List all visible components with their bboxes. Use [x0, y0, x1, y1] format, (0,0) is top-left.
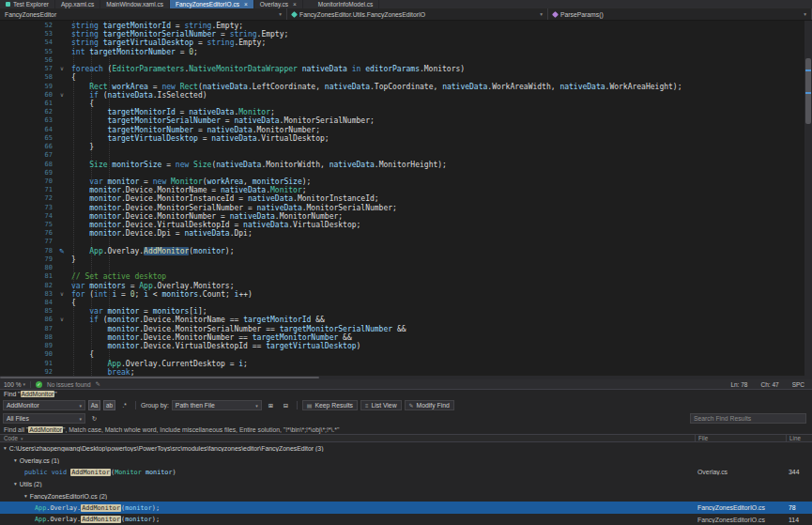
result-row[interactable]: App.Overlay.AddMonitor(monitor);FancyZon…	[0, 514, 812, 525]
code-line[interactable]: 92 break;	[0, 368, 812, 376]
code-line[interactable]: 90 {	[0, 350, 812, 359]
fold-collapse-icon[interactable]: ∨	[53, 316, 71, 324]
result-line-number: 114	[786, 517, 812, 523]
result-text: ▾Utils (2)	[0, 481, 695, 487]
member-dropdown[interactable]: ParseParams() ▾	[548, 8, 812, 20]
code-line[interactable]: 88 monitor.Device.MonitorNumber == targe…	[0, 333, 812, 342]
fold-collapse-icon[interactable]: ∨	[53, 290, 71, 299]
result-group-row[interactable]: ▾C:\Users\zhaopengwang\Desktop\powertoys…	[0, 442, 812, 455]
code-cleanup-icon[interactable]: ✎	[96, 380, 100, 388]
scope-dropdown[interactable]: All Files ▾	[3, 413, 85, 424]
project-dropdown[interactable]: FancyZonesEditor ▾	[0, 8, 287, 20]
code-line[interactable]: 52string targetMonitorId = string.Empty;	[0, 22, 812, 30]
tab-label: Test Explorer	[13, 0, 49, 8]
scrollbar-thumb[interactable]	[805, 58, 811, 124]
code-line[interactable]: 80	[0, 264, 812, 272]
result-group-row[interactable]: ▾Utils (2)	[0, 478, 812, 490]
fold-collapse-icon[interactable]: ∨	[53, 91, 71, 100]
code-line[interactable]: 53string targetMonitorSerialNumber = str…	[0, 30, 812, 39]
code-line[interactable]: 79}	[0, 255, 812, 264]
code-line[interactable]: 61 {	[0, 100, 812, 108]
find-term-combobox[interactable]: AddMonitor ▾	[3, 400, 85, 410]
code-line[interactable]: 77	[0, 238, 812, 246]
code-line[interactable]: 72 monitor.Device.MonitorInstanceId = na…	[0, 194, 812, 203]
line-number: 64	[0, 126, 53, 134]
code-line[interactable]: 70 var monitor = new Monitor(workArea, m…	[0, 178, 812, 186]
expander-icon[interactable]: ▾	[24, 493, 27, 499]
code-line[interactable]: 85 var monitor = monitors[i];	[0, 307, 812, 316]
expand-all-icon[interactable]: ⊞	[265, 400, 277, 410]
code-line[interactable]: 58{	[0, 73, 812, 82]
list-view-toggle[interactable]: ≡ List View	[360, 400, 402, 410]
scrollbar-thumb[interactable]	[0, 377, 319, 378]
close-icon[interactable]: ×	[293, 0, 297, 8]
document-tab-test-explorer[interactable]: Test Explorer	[0, 0, 55, 8]
refresh-search-icon[interactable]: ↻	[88, 413, 100, 424]
regex-toggle[interactable]: .*	[118, 400, 130, 410]
search-find-results-input[interactable]	[690, 413, 806, 424]
code-line[interactable]: 84{	[0, 299, 812, 307]
expander-icon[interactable]: ▾	[14, 457, 17, 463]
code-line[interactable]: 66 }	[0, 143, 812, 151]
code-line[interactable]: 68 Size monitorSize = new Size(nativeDat…	[0, 161, 812, 169]
close-icon[interactable]: ×	[244, 0, 248, 8]
code-line[interactable]: 81// Set active desktop	[0, 272, 812, 281]
code-line[interactable]: 71 monitor.Device.MonitorName = nativeDa…	[0, 186, 812, 194]
vertical-scrollbar[interactable]	[804, 21, 812, 376]
code-line[interactable]: 55int targetMonitorNumber = 0;	[0, 48, 812, 56]
result-row[interactable]: App.Overlay.AddMonitor(monitor);FancyZon…	[0, 502, 812, 514]
code-line[interactable]: 69	[0, 169, 812, 178]
code-line[interactable]: 57∨foreach (EditorParameters.NativeMonit…	[0, 65, 812, 73]
code-line[interactable]: 91 App.Overlay.CurrentDesktop = i;	[0, 360, 812, 368]
code-line[interactable]: 59 Rect workArea = new Rect(nativeData.L…	[0, 83, 812, 91]
code-line[interactable]: 78✎ App.Overlay.AddMonitor(monitor);	[0, 247, 812, 255]
code-line[interactable]: 73 monitor.Device.MonitorSerialNumber = …	[0, 204, 812, 212]
code-line[interactable]: 89 monitor.Device.VirtualDesktopId == ta…	[0, 342, 812, 350]
health-check-icon[interactable]: ✓	[36, 381, 42, 388]
result-code-text: App.Overlay.AddMonitor(monitor);	[35, 516, 160, 523]
code-line[interactable]: 86∨ if (monitor.Device.MonitorName == ta…	[0, 316, 812, 324]
code-line[interactable]: 56	[0, 56, 812, 65]
code-text: // Set active desktop	[71, 272, 166, 281]
keep-results-toggle[interactable]: ▤ Keep Results	[302, 400, 358, 410]
term-highlight: AddMonitor	[81, 516, 121, 523]
group-by-dropdown[interactable]: Path then File ▾	[172, 400, 262, 410]
tab-label: FancyZonesEditorIO.cs	[176, 0, 239, 8]
document-tab-overlay-cs[interactable]: Overlay.cs×	[254, 0, 303, 8]
match-case-toggle[interactable]: Aa	[88, 400, 100, 410]
code-line[interactable]: 82var monitors = App.Overlay.Monitors;	[0, 282, 812, 290]
document-tab-fancyzoneseditorio-cs[interactable]: FancyZonesEditorIO.cs×	[170, 0, 254, 8]
type-dropdown[interactable]: FancyZonesEditor.Utils.FancyZonesEditorI…	[287, 8, 548, 20]
modify-find-button[interactable]: ✎ Modify Find	[405, 400, 454, 410]
code-line[interactable]: 74 monitor.Device.MonitorNumber = native…	[0, 212, 812, 221]
result-row[interactable]: public void AddMonitor(Monitor monitor)O…	[0, 466, 812, 478]
fold-collapse-icon[interactable]: ∨	[53, 65, 71, 73]
code-line[interactable]: 83∨for (int i = 0; i < monitors.Count; i…	[0, 290, 812, 299]
document-tab-mainwindow-xaml-cs[interactable]: MainWindow.xaml.cs	[100, 0, 170, 8]
group-by-label: Group by:	[141, 402, 169, 409]
zoom-control[interactable]: 100 % ▾	[4, 381, 25, 388]
code-line[interactable]: 62 targetMonitorId = nativeData.Monitor;	[0, 108, 812, 116]
expander-icon[interactable]: ▾	[14, 481, 17, 486]
code-editor[interactable]: 52string targetMonitorId = string.Empty;…	[0, 21, 812, 376]
code-line[interactable]: 67	[0, 151, 812, 160]
collapse-all-icon[interactable]: ⊟	[280, 400, 292, 410]
line-number: 68	[0, 161, 53, 169]
chevron-down-icon: ▾	[75, 403, 82, 409]
result-group-row[interactable]: ▾Overlay.cs (1)	[0, 455, 812, 467]
code-line[interactable]: 60∨ if (nativeData.IsSelected)	[0, 91, 812, 100]
result-group-row[interactable]: ▾FancyZonesEditorIO.cs (2)	[0, 490, 812, 502]
expander-icon[interactable]: ▾	[4, 445, 7, 451]
fold-margin	[53, 186, 71, 194]
code-column-header[interactable]: Code ▾	[0, 435, 695, 441]
code-line[interactable]: 75 monitor.Device.VirtualDesktopId = nat…	[0, 221, 812, 229]
code-line[interactable]: 87 monitor.Device.MonitorSerialNumber ==…	[0, 325, 812, 333]
code-line[interactable]: 54string targetVirtualDesktop = string.E…	[0, 39, 812, 47]
document-tab-app-xaml-cs[interactable]: App.xaml.cs	[55, 0, 100, 8]
code-line[interactable]: 65 targetVirtualDesktop = nativeData.Vir…	[0, 134, 812, 143]
code-line[interactable]: 64 targetMonitorNumber = nativeData.Moni…	[0, 126, 812, 134]
code-line[interactable]: 76 monitor.Device.Dpi = nativeData.Dpi;	[0, 229, 812, 238]
whole-word-toggle[interactable]: ab	[103, 400, 115, 410]
code-line[interactable]: 63 targetMonitorSerialNumber = nativeDat…	[0, 116, 812, 125]
document-tab-monitorinfomodel-cs[interactable]: MonitorInfoModel.cs	[313, 0, 380, 8]
